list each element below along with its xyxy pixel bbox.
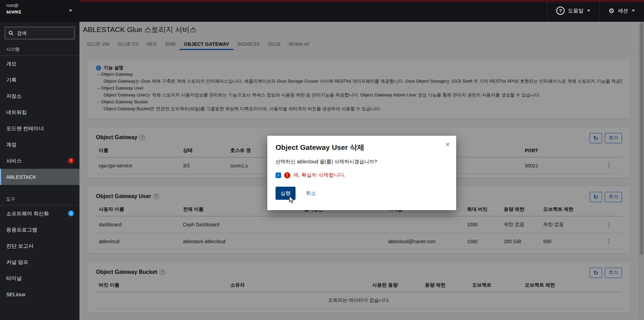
sidebar-item-kernel-dump[interactable]: 커널 덤프: [0, 254, 79, 270]
nav-group-system: 시스템: [0, 41, 79, 55]
search-input[interactable]: [16, 30, 69, 36]
chevron-down-icon: [632, 10, 635, 12]
info-badge-icon: i: [68, 210, 74, 216]
sidebar-search[interactable]: [5, 27, 75, 39]
sidebar-item-terminal[interactable]: 터미널: [0, 270, 79, 286]
close-icon[interactable]: ✕: [446, 142, 450, 147]
spacer: [0, 185, 79, 191]
search-icon: [9, 31, 13, 35]
exclamation-circle-icon: !: [284, 172, 290, 178]
sidebar: 시스템 개요 기록 저장소 네트워킹 포드맨 컨테이너 계정 서비스 ! ABL…: [0, 21, 79, 320]
sidebar-item-podman[interactable]: 포드맨 컨테이너: [0, 120, 79, 136]
main-content: ABLESTACK Glue 스토리지 서비스 GLUE VM GLUE FS …: [79, 21, 644, 320]
host-switcher[interactable]: root@ scvm1: [0, 0, 79, 21]
sidebar-item-accounts[interactable]: 계정: [0, 136, 79, 153]
sidebar-item-services[interactable]: 서비스 !: [0, 153, 79, 169]
chevron-down-icon: [69, 10, 72, 12]
nav-group-tools: 도구: [0, 191, 79, 205]
modal-title: Object Gateway User 삭제: [276, 143, 448, 152]
modal-footer: 실행 취소: [276, 187, 448, 200]
sidebar-item-overview[interactable]: 개요: [0, 55, 79, 72]
session-label: 세션: [618, 8, 628, 14]
help-label: 도움말: [568, 8, 583, 14]
ablestack-cockpit-app: root@ scvm1 ? 도움말 ⚙ 세션 시스: [0, 0, 644, 320]
modal-message: 선택하신 ablecloud 을(를) 삭제하시겠습니까?: [276, 158, 448, 165]
masthead-hostname: scvm1: [6, 9, 21, 14]
gear-icon: ⚙: [609, 8, 614, 14]
confirm-label: 예, 확실히 삭제합니다.: [293, 172, 346, 178]
masthead: root@ scvm1 ? 도움말 ⚙ 세션: [0, 0, 644, 22]
confirm-row: ✓ ! 예, 확실히 삭제합니다.: [276, 172, 448, 178]
confirm-checkbox[interactable]: ✓: [276, 173, 281, 178]
sidebar-item-applications[interactable]: 응용프로그램: [0, 221, 79, 238]
chevron-down-icon: [587, 10, 590, 12]
help-menu[interactable]: ? 도움말: [547, 0, 599, 21]
masthead-username: root@: [6, 3, 19, 8]
sidebar-item-diagnostic-reports[interactable]: 진단 보고서: [0, 238, 79, 254]
alert-badge-icon: !: [68, 158, 74, 164]
sidebar-item-software-updates[interactable]: 소프트웨어 최신화 i: [0, 205, 79, 221]
sidebar-item-logs[interactable]: 기록: [0, 72, 79, 88]
cursor-pointer-icon: [288, 196, 295, 204]
sidebar-item-networking[interactable]: 네트워킹: [0, 104, 79, 120]
sidebar-item-selinux[interactable]: SELinux: [0, 286, 79, 302]
session-menu[interactable]: ⚙ 세션: [599, 0, 644, 21]
masthead-actions: ? 도움말 ⚙ 세션: [547, 0, 644, 21]
sidebar-item-storage[interactable]: 저장소: [0, 88, 79, 104]
cancel-link[interactable]: 취소: [306, 190, 316, 197]
sidebar-item-ablestack[interactable]: ABLESTACK: [0, 169, 79, 185]
help-icon: ?: [556, 7, 565, 15]
delete-user-modal: Object Gateway User 삭제 ✕ 선택하신 ablecloud …: [267, 136, 456, 210]
